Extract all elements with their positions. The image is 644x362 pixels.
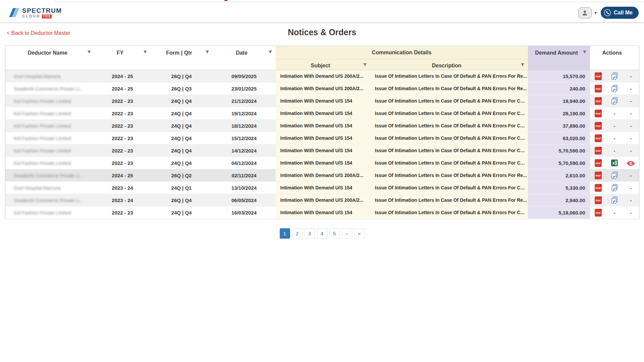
cell-fy: 2022 - 23 (95, 95, 151, 107)
document-copy-icon[interactable] (606, 194, 623, 206)
eye-icon[interactable] (623, 157, 639, 169)
cell-date: 23/01/2025 (213, 82, 276, 95)
svg-text:PDF: PDF (595, 174, 601, 177)
user-icon (582, 10, 588, 16)
cell-fy: 2022 - 23 (95, 144, 151, 157)
table-row: Kid Fashion Private Limited2022 - 2324Q … (5, 95, 639, 107)
cell-deductor-name: Govt Hospital Alamora (5, 182, 95, 194)
cell-demand-amount: 240.00 (528, 82, 590, 95)
filter-icon[interactable] (143, 50, 147, 54)
cell-date: 14/12/2024 (213, 144, 276, 157)
no-action-dash: - (623, 107, 639, 120)
top-cropped-bar (54, 0, 644, 2)
page-button-5[interactable]: 5 (329, 228, 340, 239)
document-copy-icon[interactable] (606, 82, 623, 95)
filter-icon[interactable] (205, 50, 209, 54)
cell-description: Issue Of Intimation Letters In Case Of D… (370, 144, 528, 157)
last-page-button[interactable]: » (354, 228, 365, 239)
call-me-label: Call Me (614, 10, 633, 16)
cell-deductor-name: Swadeshi Commerce Private Li... (5, 82, 95, 95)
notices-orders-table: Deductor Name FY Form | Qtr Date (5, 46, 639, 219)
cell-deductor-name: Kid Fashion Private Limited (5, 144, 95, 157)
pdf-file-icon[interactable]: PDF (590, 120, 606, 132)
pdf-file-icon[interactable]: PDF (590, 206, 606, 219)
page-button-4[interactable]: 4 (317, 228, 327, 239)
cell-subject: Intimation With Demand U/S 200A/2... (276, 194, 370, 206)
call-me-button[interactable]: Call Me (601, 7, 639, 19)
pdf-file-icon[interactable]: PDF (590, 144, 606, 157)
table-body: Govt Hospital Alamora2024 - 2526Q | Q409… (5, 70, 639, 219)
cell-fy: 2022 - 23 (95, 206, 151, 219)
cell-description: Issue Of Intimation Letters In Case Of D… (370, 95, 528, 107)
page-title: Notices & Orders (0, 25, 644, 37)
app-logo[interactable]: SPECTRUM CLOUD TDS (9, 7, 62, 18)
user-menu-button[interactable] (578, 7, 592, 18)
logo-title: SPECTRUM (22, 7, 62, 14)
deductor-name-redacted: Swadeshi Commerce Private Li... (14, 173, 83, 178)
cell-subject: Intimation With Demand U/S 154 (276, 206, 370, 219)
cell-deductor-name: Swadeshi Commerce Private Li... (5, 169, 95, 182)
col-header-description: Description (370, 59, 528, 70)
cell-demand-amount: 5,330.00 (528, 182, 590, 194)
pdf-file-icon[interactable]: PDF (590, 182, 606, 194)
cell-form-qtr: 24Q | Q4 (151, 206, 213, 219)
caret-down-icon[interactable]: ▾ (594, 10, 597, 15)
cell-deductor-name: Govt Hospital Alamora (5, 70, 95, 82)
cell-subject: Intimation With Demand U/S 154 (276, 120, 370, 132)
svg-text:X: X (612, 161, 615, 165)
filter-icon[interactable] (583, 50, 587, 54)
document-copy-icon[interactable] (606, 95, 623, 107)
page-button-1[interactable]: 1 (280, 228, 290, 239)
no-action-dash: - (623, 206, 639, 219)
cell-form-qtr: 24Q | Q4 (151, 107, 213, 120)
pdf-file-icon[interactable]: PDF (590, 157, 606, 169)
filter-icon[interactable] (363, 63, 367, 67)
pdf-file-icon[interactable]: PDF (590, 194, 606, 206)
filter-icon[interactable] (87, 50, 91, 54)
next-page-button[interactable]: › (342, 228, 352, 239)
deductor-name-redacted: Swadeshi Commerce Private Li... (14, 198, 83, 203)
no-action-dash: - (623, 182, 639, 194)
excel-file-icon[interactable]: X (606, 157, 623, 169)
cell-form-qtr: 24Q | Q4 (151, 132, 213, 144)
col-header-date: Date (213, 46, 276, 70)
no-action-dash: - (623, 70, 639, 82)
pdf-file-icon[interactable]: PDF (590, 95, 606, 107)
document-copy-icon[interactable] (606, 169, 623, 182)
cell-form-qtr: 24Q | Q4 (151, 144, 213, 157)
document-copy-icon[interactable] (606, 182, 623, 194)
table-row: Kid Fashion Private Limited2022 - 2324Q … (5, 206, 639, 219)
cell-fy: 2023 - 24 (95, 182, 151, 194)
table-row: Kid Fashion Private Limited2022 - 2324Q … (5, 157, 639, 169)
tds-badge: TDS (42, 14, 52, 18)
no-action-dash: - (606, 144, 623, 157)
filter-icon[interactable] (268, 50, 272, 54)
cell-subject: Intimation With Demand U/S 154 (276, 132, 370, 144)
page-button-2[interactable]: 2 (292, 228, 303, 239)
no-action-dash: - (623, 194, 639, 206)
filter-icon[interactable] (521, 63, 525, 67)
pdf-file-icon[interactable]: PDF (590, 132, 606, 144)
pdf-file-icon[interactable]: PDF (590, 107, 606, 120)
cell-fy: 2022 - 23 (95, 107, 151, 120)
no-action-dash: - (623, 132, 639, 144)
cell-date: 15/12/2024 (213, 132, 276, 144)
spectrum-logo-icon (9, 7, 19, 18)
cell-fy: 2024 - 25 (95, 169, 151, 182)
back-to-deductor-master-link[interactable]: < Back to Deductor Master (7, 30, 70, 36)
col-header-form-qtr: Form | Qtr (151, 46, 213, 70)
pdf-file-icon[interactable]: PDF (590, 70, 606, 82)
table-row: Swadeshi Commerce Private Li...2023 - 24… (5, 194, 639, 206)
no-action-dash: - (606, 107, 623, 120)
svg-text:PDF: PDF (595, 212, 601, 215)
pdf-file-icon[interactable]: PDF (590, 82, 606, 95)
cell-fy: 2022 - 23 (95, 157, 151, 169)
cell-subject: Intimation With Demand U/S 154 (276, 95, 370, 107)
svg-text:PDF: PDF (595, 100, 601, 103)
svg-text:PDF: PDF (595, 199, 601, 202)
pdf-file-icon[interactable]: PDF (590, 169, 606, 182)
page-button-3[interactable]: 3 (305, 228, 315, 239)
col-header-fy: FY (95, 46, 151, 70)
cell-description: Issue Of Intimation Letters In Case Of D… (370, 107, 528, 120)
document-copy-icon[interactable] (606, 70, 623, 82)
